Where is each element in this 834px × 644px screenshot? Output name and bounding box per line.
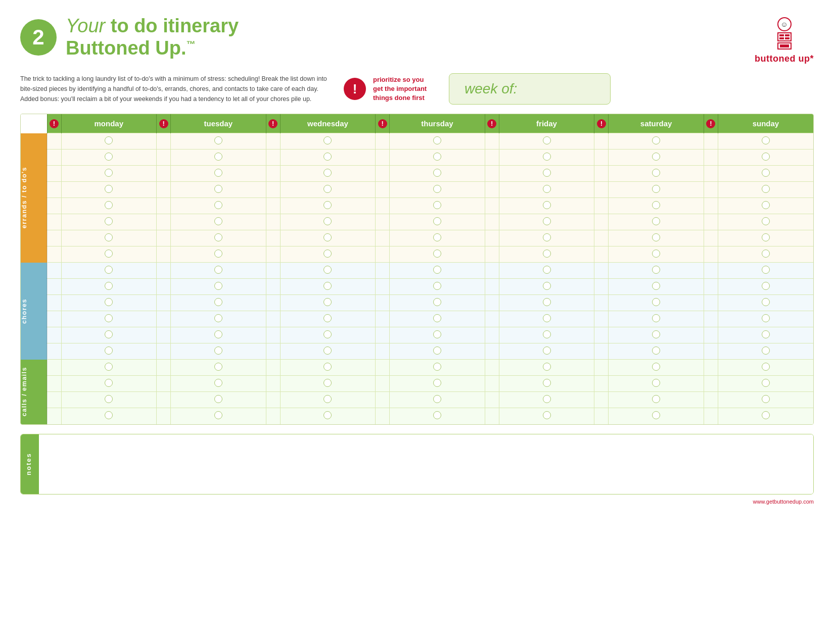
priority-cell[interactable] (47, 198, 61, 214)
priority-cell[interactable] (594, 166, 609, 182)
priority-cell[interactable] (594, 182, 609, 198)
checkbox-circle[interactable] (543, 136, 551, 144)
checkbox-circle[interactable] (652, 330, 660, 338)
day-cell[interactable] (390, 198, 485, 214)
priority-cell[interactable] (376, 214, 390, 230)
priority-cell[interactable] (266, 295, 280, 311)
checkbox-circle[interactable] (652, 411, 660, 419)
day-cell[interactable] (499, 230, 594, 246)
checkbox-circle[interactable] (652, 314, 660, 322)
priority-cell[interactable] (47, 327, 61, 343)
day-cell[interactable] (171, 166, 266, 182)
checkbox-circle[interactable] (214, 201, 222, 209)
priority-cell[interactable] (704, 343, 718, 360)
priority-cell[interactable] (376, 327, 390, 343)
priority-cell[interactable] (266, 360, 280, 376)
checkbox-circle[interactable] (433, 282, 441, 290)
checkbox-circle[interactable] (323, 136, 332, 144)
priority-cell[interactable] (376, 166, 390, 182)
priority-cell[interactable] (266, 376, 280, 392)
checkbox-circle[interactable] (214, 217, 222, 225)
checkbox-circle[interactable] (214, 363, 222, 371)
day-cell[interactable] (390, 327, 485, 343)
checkbox-circle[interactable] (105, 169, 113, 177)
checkbox-circle[interactable] (323, 153, 332, 161)
day-cell[interactable] (61, 311, 157, 327)
checkbox-circle[interactable] (105, 266, 113, 274)
checkbox-circle[interactable] (762, 330, 770, 338)
priority-cell[interactable] (157, 360, 171, 376)
day-cell[interactable] (499, 150, 594, 166)
day-cell[interactable] (609, 246, 704, 263)
day-cell[interactable] (609, 263, 704, 279)
checkbox-circle[interactable] (323, 363, 332, 371)
day-cell[interactable] (609, 214, 704, 230)
checkbox-circle[interactable] (214, 282, 222, 290)
priority-cell[interactable] (157, 246, 171, 263)
priority-cell[interactable] (485, 311, 499, 327)
priority-cell[interactable] (47, 392, 61, 408)
day-cell[interactable] (609, 166, 704, 182)
checkbox-circle[interactable] (543, 233, 551, 241)
checkbox-circle[interactable] (433, 379, 441, 387)
checkbox-circle[interactable] (652, 217, 660, 225)
priority-cell[interactable] (594, 263, 609, 279)
day-cell[interactable] (280, 166, 376, 182)
checkbox-circle[interactable] (762, 169, 770, 177)
checkbox-circle[interactable] (105, 136, 113, 144)
day-cell[interactable] (61, 166, 157, 182)
day-cell[interactable] (390, 230, 485, 246)
priority-cell[interactable] (704, 166, 718, 182)
priority-cell[interactable] (594, 279, 609, 295)
priority-cell[interactable] (704, 150, 718, 166)
checkbox-circle[interactable] (105, 233, 113, 241)
priority-cell[interactable] (266, 246, 280, 263)
day-cell[interactable] (390, 182, 485, 198)
day-cell[interactable] (499, 376, 594, 392)
checkbox-circle[interactable] (762, 314, 770, 322)
day-cell[interactable] (609, 279, 704, 295)
priority-cell[interactable] (157, 279, 171, 295)
day-cell[interactable] (609, 343, 704, 360)
day-cell[interactable] (280, 198, 376, 214)
day-cell[interactable] (280, 230, 376, 246)
week-of-box[interactable]: week of: (449, 73, 611, 105)
priority-cell[interactable] (485, 263, 499, 279)
checkbox-circle[interactable] (543, 330, 551, 338)
checkbox-circle[interactable] (543, 169, 551, 177)
checkbox-circle[interactable] (433, 233, 441, 241)
priority-cell[interactable] (594, 376, 609, 392)
day-cell[interactable] (390, 263, 485, 279)
checkbox-circle[interactable] (762, 201, 770, 209)
priority-cell[interactable] (485, 166, 499, 182)
checkbox-circle[interactable] (543, 185, 551, 193)
day-cell[interactable] (609, 150, 704, 166)
checkbox-circle[interactable] (323, 330, 332, 338)
priority-cell[interactable] (47, 246, 61, 263)
priority-cell[interactable] (47, 214, 61, 230)
priority-cell[interactable] (704, 279, 718, 295)
checkbox-circle[interactable] (105, 201, 113, 209)
checkbox-circle[interactable] (433, 330, 441, 338)
priority-cell[interactable] (594, 408, 609, 424)
checkbox-circle[interactable] (762, 395, 770, 403)
day-cell[interactable] (171, 360, 266, 376)
priority-cell[interactable] (266, 279, 280, 295)
checkbox-circle[interactable] (323, 379, 332, 387)
checkbox-circle[interactable] (762, 346, 770, 355)
priority-cell[interactable] (376, 311, 390, 327)
priority-cell[interactable] (704, 230, 718, 246)
checkbox-circle[interactable] (543, 217, 551, 225)
day-cell[interactable] (390, 166, 485, 182)
checkbox-circle[interactable] (214, 346, 222, 355)
priority-cell[interactable] (157, 150, 171, 166)
priority-cell[interactable] (47, 279, 61, 295)
priority-cell[interactable] (376, 198, 390, 214)
priority-cell[interactable] (376, 246, 390, 263)
priority-cell[interactable] (266, 214, 280, 230)
day-cell[interactable] (171, 392, 266, 408)
priority-cell[interactable] (594, 295, 609, 311)
day-cell[interactable] (609, 327, 704, 343)
checkbox-circle[interactable] (323, 298, 332, 306)
day-cell[interactable] (61, 198, 157, 214)
